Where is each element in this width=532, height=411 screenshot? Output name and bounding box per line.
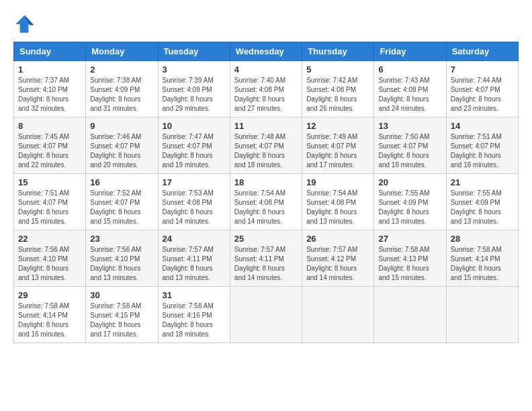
calendar-cell: 2 Sunrise: 7:38 AMSunset: 4:09 PMDayligh… <box>86 61 158 118</box>
day-info: Sunrise: 7:55 AMSunset: 4:09 PMDaylight:… <box>378 189 429 225</box>
day-info: Sunrise: 7:46 AMSunset: 4:07 PMDaylight:… <box>90 133 141 169</box>
calendar-cell: 16 Sunrise: 7:52 AMSunset: 4:07 PMDaylig… <box>86 174 158 230</box>
day-info: Sunrise: 7:57 AMSunset: 4:11 PMDaylight:… <box>234 246 285 281</box>
calendar: SundayMondayTuesdayWednesdayThursdayFrid… <box>13 42 519 343</box>
day-number: 24 <box>163 234 226 244</box>
day-info: Sunrise: 7:37 AMSunset: 4:10 PMDaylight:… <box>18 77 69 112</box>
day-number: 23 <box>90 234 153 244</box>
day-number: 11 <box>234 121 298 131</box>
weekday-header-tuesday: Tuesday <box>158 42 230 61</box>
week-row-2: 8 Sunrise: 7:45 AMSunset: 4:07 PMDayligh… <box>14 118 519 174</box>
day-info: Sunrise: 7:39 AMSunset: 4:09 PMDaylight:… <box>163 77 214 112</box>
day-info: Sunrise: 7:48 AMSunset: 4:07 PMDaylight:… <box>234 133 285 169</box>
week-row-5: 29 Sunrise: 7:58 AMSunset: 4:14 PMDaylig… <box>14 287 519 343</box>
week-row-3: 15 Sunrise: 7:51 AMSunset: 4:07 PMDaylig… <box>14 174 519 230</box>
calendar-cell: 14 Sunrise: 7:51 AMSunset: 4:07 PMDaylig… <box>446 118 518 174</box>
day-number: 8 <box>18 121 81 131</box>
day-number: 3 <box>163 64 226 75</box>
calendar-cell: 30 Sunrise: 7:58 AMSunset: 4:15 PMDaylig… <box>86 287 158 343</box>
day-number: 27 <box>378 234 441 244</box>
day-info: Sunrise: 7:47 AMSunset: 4:07 PMDaylight:… <box>163 133 214 169</box>
calendar-cell: 6 Sunrise: 7:43 AMSunset: 4:08 PMDayligh… <box>374 61 446 118</box>
day-number: 2 <box>90 64 153 75</box>
day-info: Sunrise: 7:58 AMSunset: 4:15 PMDaylight:… <box>90 302 141 338</box>
calendar-cell: 20 Sunrise: 7:55 AMSunset: 4:09 PMDaylig… <box>374 174 446 230</box>
day-number: 29 <box>18 290 81 300</box>
calendar-cell: 22 Sunrise: 7:56 AMSunset: 4:10 PMDaylig… <box>14 230 86 287</box>
calendar-cell <box>302 287 374 343</box>
day-info: Sunrise: 7:58 AMSunset: 4:14 PMDaylight:… <box>18 302 69 338</box>
day-number: 10 <box>163 121 226 131</box>
calendar-cell: 26 Sunrise: 7:57 AMSunset: 4:12 PMDaylig… <box>302 230 374 287</box>
day-number: 19 <box>306 177 369 187</box>
calendar-cell: 25 Sunrise: 7:57 AMSunset: 4:11 PMDaylig… <box>230 230 302 287</box>
calendar-cell <box>446 287 518 343</box>
day-number: 20 <box>378 177 441 187</box>
calendar-cell: 3 Sunrise: 7:39 AMSunset: 4:09 PMDayligh… <box>158 61 230 118</box>
calendar-cell: 13 Sunrise: 7:50 AMSunset: 4:07 PMDaylig… <box>374 118 446 174</box>
day-info: Sunrise: 7:58 AMSunset: 4:13 PMDaylight:… <box>378 246 429 281</box>
day-info: Sunrise: 7:53 AMSunset: 4:08 PMDaylight:… <box>163 189 214 225</box>
day-number: 9 <box>90 121 153 131</box>
day-info: Sunrise: 7:56 AMSunset: 4:10 PMDaylight:… <box>18 246 69 281</box>
weekday-header-saturday: Saturday <box>446 42 518 61</box>
day-number: 15 <box>18 177 81 187</box>
day-info: Sunrise: 7:44 AMSunset: 4:07 PMDaylight:… <box>451 77 502 112</box>
calendar-cell <box>374 287 446 343</box>
calendar-cell: 9 Sunrise: 7:46 AMSunset: 4:07 PMDayligh… <box>86 118 158 174</box>
day-number: 30 <box>90 290 153 300</box>
week-row-1: 1 Sunrise: 7:37 AMSunset: 4:10 PMDayligh… <box>14 61 519 118</box>
calendar-cell: 8 Sunrise: 7:45 AMSunset: 4:07 PMDayligh… <box>14 118 86 174</box>
logo <box>13 13 38 35</box>
day-number: 14 <box>451 121 514 131</box>
weekday-header-sunday: Sunday <box>14 42 86 61</box>
day-info: Sunrise: 7:49 AMSunset: 4:07 PMDaylight:… <box>306 133 357 169</box>
logo-icon <box>13 13 35 35</box>
calendar-cell: 15 Sunrise: 7:51 AMSunset: 4:07 PMDaylig… <box>14 174 86 230</box>
day-info: Sunrise: 7:50 AMSunset: 4:07 PMDaylight:… <box>378 133 429 169</box>
day-info: Sunrise: 7:57 AMSunset: 4:12 PMDaylight:… <box>306 246 357 281</box>
day-number: 22 <box>18 234 81 244</box>
day-number: 25 <box>234 234 298 244</box>
day-info: Sunrise: 7:38 AMSunset: 4:09 PMDaylight:… <box>90 77 141 112</box>
day-number: 4 <box>234 64 298 75</box>
calendar-cell: 5 Sunrise: 7:42 AMSunset: 4:08 PMDayligh… <box>302 61 374 118</box>
day-info: Sunrise: 7:56 AMSunset: 4:10 PMDaylight:… <box>90 246 141 281</box>
day-info: Sunrise: 7:57 AMSunset: 4:11 PMDaylight:… <box>163 246 214 281</box>
weekday-header-monday: Monday <box>86 42 158 61</box>
day-info: Sunrise: 7:54 AMSunset: 4:08 PMDaylight:… <box>234 189 285 225</box>
calendar-cell: 29 Sunrise: 7:58 AMSunset: 4:14 PMDaylig… <box>14 287 86 343</box>
day-number: 1 <box>18 64 81 75</box>
day-info: Sunrise: 7:40 AMSunset: 4:08 PMDaylight:… <box>234 77 285 112</box>
day-number: 18 <box>234 177 298 187</box>
calendar-cell: 24 Sunrise: 7:57 AMSunset: 4:11 PMDaylig… <box>158 230 230 287</box>
week-row-4: 22 Sunrise: 7:56 AMSunset: 4:10 PMDaylig… <box>14 230 519 287</box>
day-info: Sunrise: 7:45 AMSunset: 4:07 PMDaylight:… <box>18 133 69 169</box>
day-info: Sunrise: 7:52 AMSunset: 4:07 PMDaylight:… <box>90 189 141 225</box>
day-number: 13 <box>378 121 441 131</box>
calendar-cell <box>230 287 302 343</box>
day-info: Sunrise: 7:51 AMSunset: 4:07 PMDaylight:… <box>18 189 69 225</box>
calendar-cell: 7 Sunrise: 7:44 AMSunset: 4:07 PMDayligh… <box>446 61 518 118</box>
calendar-cell: 4 Sunrise: 7:40 AMSunset: 4:08 PMDayligh… <box>230 61 302 118</box>
calendar-cell: 21 Sunrise: 7:55 AMSunset: 4:09 PMDaylig… <box>446 174 518 230</box>
header <box>13 13 519 35</box>
calendar-cell: 19 Sunrise: 7:54 AMSunset: 4:08 PMDaylig… <box>302 174 374 230</box>
calendar-cell: 17 Sunrise: 7:53 AMSunset: 4:08 PMDaylig… <box>158 174 230 230</box>
day-number: 17 <box>163 177 226 187</box>
day-number: 12 <box>306 121 369 131</box>
day-number: 5 <box>306 64 369 75</box>
weekday-header-row: SundayMondayTuesdayWednesdayThursdayFrid… <box>14 42 519 61</box>
day-number: 16 <box>90 177 153 187</box>
calendar-cell: 11 Sunrise: 7:48 AMSunset: 4:07 PMDaylig… <box>230 118 302 174</box>
day-info: Sunrise: 7:55 AMSunset: 4:09 PMDaylight:… <box>451 189 502 225</box>
day-number: 28 <box>451 234 514 244</box>
calendar-cell: 28 Sunrise: 7:58 AMSunset: 4:14 PMDaylig… <box>446 230 518 287</box>
calendar-cell: 27 Sunrise: 7:58 AMSunset: 4:13 PMDaylig… <box>374 230 446 287</box>
day-info: Sunrise: 7:58 AMSunset: 4:16 PMDaylight:… <box>163 302 214 338</box>
calendar-cell: 12 Sunrise: 7:49 AMSunset: 4:07 PMDaylig… <box>302 118 374 174</box>
calendar-cell: 31 Sunrise: 7:58 AMSunset: 4:16 PMDaylig… <box>158 287 230 343</box>
day-info: Sunrise: 7:43 AMSunset: 4:08 PMDaylight:… <box>378 77 429 112</box>
day-number: 31 <box>163 290 226 300</box>
weekday-header-friday: Friday <box>374 42 446 61</box>
